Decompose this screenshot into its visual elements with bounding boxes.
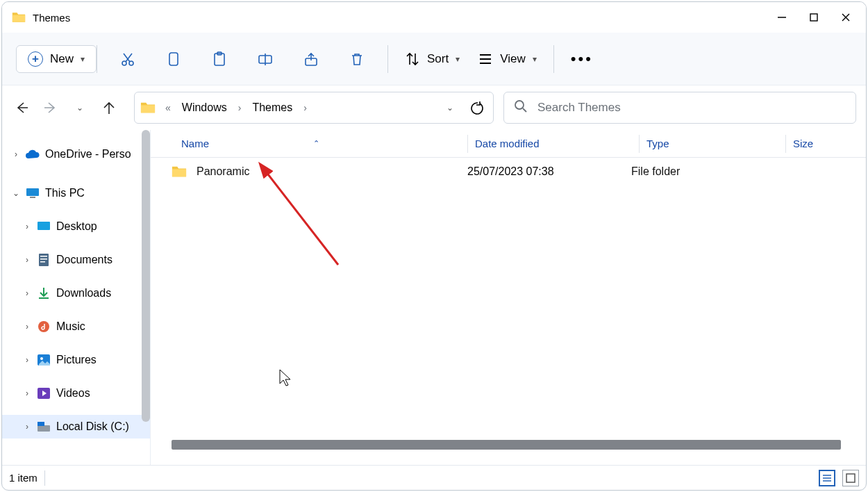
chevron-down-icon: ⌄ [76,103,83,113]
svg-rect-20 [141,105,155,113]
search-icon [514,99,528,116]
music-icon [37,320,51,334]
copy-button[interactable] [160,45,187,73]
sidebar-item-label: Downloads [56,287,111,300]
sidebar-item-desktop[interactable]: › Desktop [2,215,150,238]
svg-rect-43 [846,474,855,482]
svg-rect-36 [37,422,44,426]
chevron-right-icon[interactable]: › [23,355,31,365]
sidebar-item-localdisk[interactable]: › Local Disk (C:) [2,415,150,438]
sidebar-item-documents[interactable]: › Documents [2,248,150,272]
sidebar-item-label: Pictures [56,354,97,366]
history-dropdown[interactable]: ⌄ [439,97,461,119]
sidebar-scrollbar[interactable] [142,130,150,422]
svg-rect-1 [12,15,25,22]
chevron-right-icon: › [235,102,244,113]
sidebar: › OneDrive - Perso ⌄ This PC › Desktop ›… [2,130,151,465]
more-button[interactable]: ••• [571,50,593,68]
desktop-icon [37,220,51,233]
sort-asc-icon[interactable]: ⌃ [313,139,319,148]
command-bar: + New ▾ Sort ▾ View ▾ [2,33,866,85]
horizontal-scrollbar[interactable] [172,440,841,450]
sidebar-item-onedrive[interactable]: › OneDrive - Perso [2,142,150,166]
search-box[interactable] [503,92,856,124]
pc-icon [26,186,40,200]
column-headers: Name ⌃ Date modified Type Size [151,130,866,158]
refresh-button[interactable] [465,97,487,119]
col-type[interactable]: Type [646,138,669,149]
chevron-down-icon[interactable]: ⌄ [12,188,20,198]
chevron-right-icon[interactable]: › [12,149,20,159]
crumb-themes[interactable]: Themes [248,99,297,117]
svg-rect-29 [40,261,45,263]
sidebar-item-label: Desktop [56,220,97,233]
chevron-right-icon[interactable]: › [23,222,31,231]
view-label: View [500,52,526,66]
svg-line-22 [523,108,526,112]
view-button[interactable]: View ▾ [478,51,537,67]
sidebar-item-downloads[interactable]: › Downloads [2,281,150,305]
close-button[interactable] [830,6,862,28]
sidebar-item-pictures[interactable]: › Pictures [2,348,150,372]
svg-rect-38 [172,169,186,177]
svg-rect-35 [37,425,50,432]
window-title: Themes [33,12,70,24]
sidebar-item-label: Music [56,320,85,333]
sidebar-item-videos[interactable]: › Videos [2,382,150,405]
forward-button[interactable] [41,98,60,117]
up-button[interactable] [99,98,119,117]
chevron-right-icon[interactable]: › [23,322,31,331]
col-size[interactable]: Size [793,138,813,149]
back-button[interactable] [12,98,31,117]
sidebar-item-label: Documents [56,254,112,266]
chevron-right-icon[interactable]: › [23,422,31,432]
chevron-right-icon[interactable]: › [23,288,31,298]
content-pane: Name ⌃ Date modified Type Size Panoramic… [151,130,866,465]
thumbnails-view-toggle[interactable] [842,470,859,486]
cut-button[interactable] [114,45,142,73]
chevron-down-icon: ⌄ [446,103,453,113]
svg-point-21 [515,101,524,109]
file-explorer-window: Themes + New ▾ Sort ▾ [1,1,867,491]
share-button[interactable] [297,45,325,73]
downloads-icon [37,286,51,300]
new-button[interactable]: + New ▾ [16,45,97,73]
row-date: 25/07/2023 07:38 [467,165,554,177]
maximize-button[interactable] [798,6,830,28]
sidebar-item-label: Videos [56,387,90,400]
sidebar-item-thispc[interactable]: ⌄ This PC [2,181,150,205]
crumb-windows[interactable]: Windows [178,99,231,117]
overflow-chevron-icon[interactable]: « [162,102,174,113]
chevron-down-icon: ▾ [456,54,460,64]
svg-rect-26 [39,254,49,266]
chevron-down-icon: ▾ [533,54,537,64]
sort-button[interactable]: Sort ▾ [405,51,460,67]
svg-rect-25 [37,222,50,230]
col-date[interactable]: Date modified [475,138,540,149]
file-row[interactable]: Panoramic 25/07/2023 07:38 File folder [151,158,866,186]
rename-button[interactable] [251,45,279,73]
body: › OneDrive - Perso ⌄ This PC › Desktop ›… [2,130,866,465]
svg-point-32 [40,357,43,360]
col-name[interactable]: Name [181,138,209,149]
svg-rect-27 [40,256,47,257]
minimize-button[interactable] [766,6,798,28]
paste-button[interactable] [206,45,233,73]
sort-icon [405,51,420,67]
documents-icon [37,253,51,267]
chevron-right-icon[interactable]: › [23,255,31,265]
chevron-right-icon[interactable]: › [301,102,310,113]
sidebar-item-music[interactable]: › Music [2,315,150,338]
new-label: New [50,52,74,66]
recent-button[interactable]: ⌄ [70,98,90,117]
search-input[interactable] [537,101,846,115]
delete-button[interactable] [343,45,371,73]
videos-icon [37,386,51,400]
sort-label: Sort [427,52,449,66]
folder-icon [140,100,156,115]
sidebar-item-label: This PC [45,187,85,199]
breadcrumb[interactable]: « Windows › Themes › ⌄ [134,92,494,124]
details-view-toggle[interactable] [819,470,835,486]
chevron-right-icon[interactable]: › [23,388,31,398]
view-icon [478,51,493,67]
